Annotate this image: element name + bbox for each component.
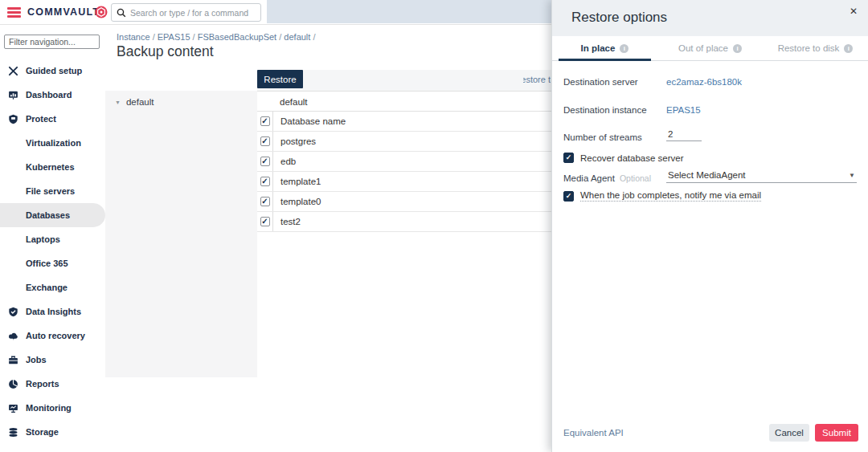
sidebar-item-auto-recovery[interactable]: Auto recovery (0, 324, 105, 348)
recover-database-server-checkbox[interactable]: ✓ (563, 153, 574, 163)
sidebar-item-reports[interactable]: Reports (0, 372, 105, 396)
tab-in-place[interactable]: In placei (552, 36, 657, 60)
commvault-logo-icon (95, 6, 108, 18)
sidebar-item-storage[interactable]: Storage (0, 420, 105, 444)
chevron-down-icon[interactable]: ▼ (115, 100, 121, 105)
sidebar-item-data-insights[interactable]: Data Insights (0, 299, 105, 324)
tab-out-of-place[interactable]: Out of placei (657, 36, 763, 60)
chevron-down-icon: ▼ (849, 172, 855, 179)
tab-restore-to-disk[interactable]: Restore to diski (763, 36, 868, 60)
info-icon: i (620, 44, 628, 53)
breadcrumb-link-fsbasedbackupset[interactable]: FSBasedBackupSet (198, 32, 276, 42)
sidebar: Guided setupDashboardProtectVirtualizati… (0, 25, 105, 452)
row-label: template1 (273, 177, 321, 186)
row-checkbox-postgres[interactable]: ✓ (260, 136, 270, 146)
page-title: Backup content (117, 43, 214, 60)
sidebar-item-file-servers[interactable]: File servers (0, 179, 105, 203)
checkbox-cell: ✓ (257, 212, 273, 231)
row-checkbox-header[interactable]: ✓ (260, 116, 270, 126)
main-content: Instance / EPAS15 / FSBasedBackupSet / d… (105, 25, 551, 452)
checkbox-cell: ✓ (257, 152, 273, 171)
breadcrumb-link-instance[interactable]: Instance (117, 32, 150, 42)
number-of-streams-label: Number of streams (563, 132, 642, 142)
restore-button[interactable]: Restore (257, 70, 303, 88)
row-checkbox-template0[interactable]: ✓ (260, 197, 270, 206)
row-label: edb (273, 157, 296, 166)
topbar-command-strip (267, 0, 551, 23)
checkbox-cell: ✓ (257, 112, 273, 131)
sidebar-item-label: Laptops (26, 234, 60, 244)
destination-instance-value: EPAS15 (666, 105, 701, 115)
sidebar-item-label: Exchange (26, 283, 68, 292)
sidebar-item-label: Auto recovery (26, 331, 85, 340)
media-agent-select[interactable]: Select MediaAgent ▼ (666, 170, 857, 183)
media-agent-value: Select MediaAgent (668, 170, 746, 180)
backup-content-table: default ✓Database name✓postgres✓edb✓temp… (257, 91, 551, 232)
number-of-streams-input[interactable] (666, 128, 702, 141)
commvault-logo: COMMVAULT (27, 6, 100, 18)
menu-icon[interactable] (7, 7, 21, 18)
monitor-icon (8, 402, 19, 413)
checkbox-cell: ✓ (257, 132, 273, 151)
modal-title: Restore options (571, 10, 667, 26)
tab-label: Out of place (678, 43, 728, 53)
filter-navigation-input[interactable] (4, 35, 100, 49)
cancel-button[interactable]: Cancel (769, 424, 809, 442)
checkbox-cell: ✓ (257, 172, 273, 191)
destination-server-label: Destination server (563, 77, 638, 87)
restore-options-modal: Restore options ✕ In placeiOut of placei… (551, 0, 868, 452)
equivalent-api-link[interactable]: Equivalent API (563, 428, 624, 438)
sidebar-item-jobs[interactable]: Jobs (0, 348, 105, 372)
sidebar-item-protect[interactable]: Protect (0, 107, 105, 131)
breadcrumb-separator: / (276, 32, 284, 42)
sidebar-item-guided-setup[interactable]: Guided setup (0, 59, 105, 83)
table-row-header: ✓Database name (257, 112, 551, 132)
sidebar-item-kubernetes[interactable]: Kubernetes (0, 155, 105, 179)
breadcrumb-separator: / (310, 32, 315, 42)
breadcrumb-link-epas15[interactable]: EPAS15 (158, 32, 190, 42)
submit-button[interactable]: Submit (815, 424, 858, 442)
row-label: test2 (273, 217, 301, 226)
breadcrumb-separator: / (190, 32, 198, 42)
sidebar-item-databases[interactable]: Databases (0, 203, 105, 227)
sidebar-item-manage[interactable]: Manage (0, 444, 105, 452)
sidebar-item-label: Kubernetes (26, 162, 75, 172)
sidebar-item-label: Dashboard (26, 90, 72, 100)
sidebar-item-laptops[interactable]: Laptops (0, 227, 105, 251)
recover-database-server-row: ✓ Recover database server (563, 153, 683, 163)
tree-node-default[interactable]: ▼ default (105, 91, 257, 107)
briefcase-icon (8, 354, 19, 365)
recover-database-server-label: Recover database server (580, 153, 683, 163)
notify-email-checkbox[interactable]: ✓ (563, 191, 574, 202)
row-checkbox-template1[interactable]: ✓ (260, 177, 270, 186)
sidebar-item-label: Databases (26, 210, 70, 220)
cloud-icon (8, 330, 19, 341)
sidebar-item-virtualization[interactable]: Virtualization (0, 131, 105, 155)
breadcrumb-link-default[interactable]: default (284, 32, 310, 42)
global-search[interactable] (111, 3, 261, 22)
row-label: template0 (273, 197, 321, 206)
search-icon (117, 8, 126, 18)
row-checkbox-edb[interactable]: ✓ (260, 157, 270, 166)
sidebar-item-label: Data Insights (26, 307, 81, 316)
table-row-edb: ✓edb (257, 152, 551, 172)
sidebar-item-label: Monitoring (26, 403, 72, 413)
tab-label: Restore to disk (778, 43, 840, 53)
close-icon[interactable]: ✕ (850, 6, 858, 17)
sidebar-item-dashboard[interactable]: Dashboard (0, 83, 105, 107)
sidebar-item-label: File servers (26, 186, 75, 196)
restore-tabs: In placeiOut of placeiRestore to diski (552, 36, 868, 61)
sidebar-item-office-365[interactable]: Office 365 (0, 251, 105, 275)
sidebar-item-monitoring[interactable]: Monitoring (0, 396, 105, 420)
shield-check-icon (8, 306, 19, 317)
table-toolbar: Restore Restore t (257, 70, 551, 91)
tools-icon (8, 65, 19, 76)
sidebar-item-exchange[interactable]: Exchange (0, 275, 105, 299)
table-group-header: default (257, 91, 551, 112)
row-checkbox-test2[interactable]: ✓ (260, 217, 270, 226)
destination-server-value: ec2amaz-6bs180k (666, 77, 742, 87)
sidebar-item-label: Jobs (26, 355, 47, 364)
restore-time-link[interactable]: Restore t (523, 75, 551, 84)
shield-icon (8, 113, 19, 124)
global-search-input[interactable] (130, 8, 256, 18)
